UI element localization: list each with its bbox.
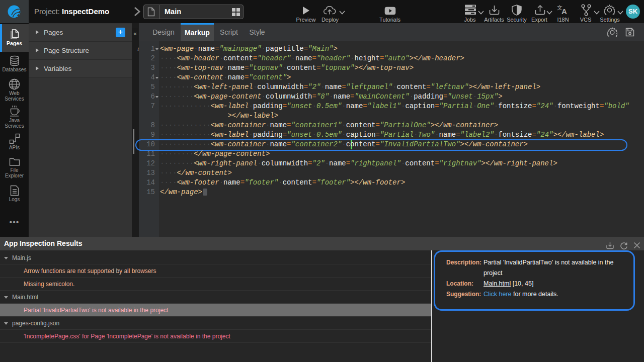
svg-text:A: A [561, 7, 567, 16]
